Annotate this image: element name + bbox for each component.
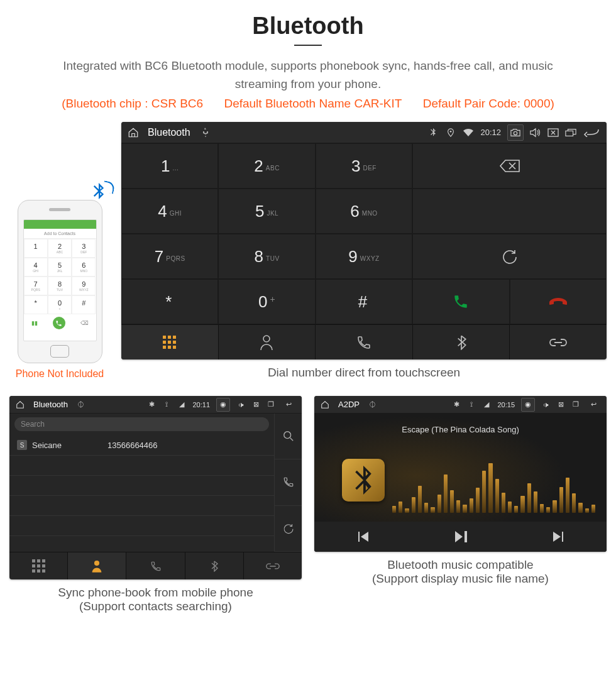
key-9[interactable]: 9WXYZ xyxy=(316,234,412,279)
key-7[interactable]: 7PQRS xyxy=(121,234,218,279)
empty-row xyxy=(9,496,274,516)
close-app-icon[interactable]: ⊠ xyxy=(251,400,260,409)
clock-time: 20:11 xyxy=(192,401,210,409)
key-4[interactable]: 4GHI xyxy=(121,189,218,234)
hangup-button[interactable] xyxy=(510,279,607,324)
tab-bluetooth[interactable] xyxy=(185,552,244,579)
dialer-keypad: 1... 2ABC 3DEF 4GHI 5JKL 6MNO 7PQRS 8TUV… xyxy=(121,143,607,324)
key-star[interactable]: * xyxy=(121,279,218,324)
tab-keypad[interactable] xyxy=(121,325,219,359)
music-controls xyxy=(314,522,607,552)
tab-call-log[interactable] xyxy=(126,552,185,579)
key-2[interactable]: 2ABC xyxy=(218,143,315,189)
screenshot-button[interactable]: ◉ xyxy=(521,398,535,412)
bluetooth-status-icon: ✱ xyxy=(147,400,156,409)
back-icon[interactable]: ↩ xyxy=(282,400,295,409)
close-app-icon[interactable]: ⊠ xyxy=(556,400,565,409)
home-icon[interactable] xyxy=(16,400,25,409)
home-icon[interactable] xyxy=(128,127,139,138)
home-icon[interactable] xyxy=(321,400,329,409)
empty-cell xyxy=(412,189,607,234)
phonebook-device: Bluetooth ⏀ ✱ ⟟ ◢ 20:11 ◉ 🕩 ⊠ ❐ ↩ Searc xyxy=(9,396,302,579)
back-icon[interactable]: ↩ xyxy=(586,400,600,409)
svg-rect-3 xyxy=(566,131,573,136)
dialer-statusbar: Bluetooth 20:12 xyxy=(121,122,607,143)
recent-apps-icon[interactable]: ❐ xyxy=(267,400,275,409)
search-input[interactable]: Search xyxy=(14,417,269,431)
tab-contacts[interactable] xyxy=(219,325,316,359)
tab-pair[interactable] xyxy=(244,552,302,579)
redial-key[interactable] xyxy=(412,234,607,279)
title-divider xyxy=(294,45,322,46)
recent-apps-icon[interactable] xyxy=(565,127,576,138)
prev-button[interactable] xyxy=(352,525,375,548)
wifi-icon: ◢ xyxy=(482,400,491,409)
bluetooth-signal-icon xyxy=(92,183,106,199)
empty-row xyxy=(9,456,274,476)
key-8[interactable]: 8TUV xyxy=(218,234,315,279)
phone-disclaimer: Phone Not Included xyxy=(9,368,110,380)
volume-icon[interactable] xyxy=(530,127,541,138)
statusbar-title: Bluetooth xyxy=(148,127,190,138)
recent-apps-icon[interactable]: ❐ xyxy=(571,400,580,409)
video-icon: ▮▮ xyxy=(31,320,38,326)
usb-icon: ⏀ xyxy=(368,400,377,409)
call-contact-button[interactable] xyxy=(275,459,302,505)
volume-icon[interactable]: 🕩 xyxy=(236,400,245,409)
screenshot-button[interactable]: ◉ xyxy=(216,398,230,412)
page-description: Integrated with BC6 Bluetooth module, su… xyxy=(50,57,566,93)
play-pause-button[interactable] xyxy=(449,525,472,548)
contact-number: 13566664466 xyxy=(107,441,158,450)
equalizer-viz xyxy=(392,456,595,513)
call-button[interactable] xyxy=(412,279,509,324)
contact-row[interactable]: S Seicane 13566664466 xyxy=(9,435,274,456)
key-0[interactable]: 0+ xyxy=(218,279,315,324)
screenshot-button[interactable] xyxy=(507,124,524,141)
statusbar-title: Bluetooth xyxy=(33,400,68,409)
location-icon: ⟟ xyxy=(162,400,171,409)
page-title: Bluetooth xyxy=(9,13,607,40)
tab-keypad[interactable] xyxy=(9,552,68,579)
svg-point-0 xyxy=(450,130,452,132)
bluetooth-music-icon xyxy=(352,466,375,495)
tab-pair[interactable] xyxy=(510,325,607,359)
phonebook-caption: Sync phone-book from mobile phone(Suppor… xyxy=(9,586,302,613)
close-app-icon[interactable] xyxy=(547,127,559,138)
contact-badge: S xyxy=(17,440,27,450)
backspace-small-icon: ⌫ xyxy=(80,320,89,326)
spec-chip: (Bluetooth chip : CSR BC6 xyxy=(62,97,203,110)
dialer-tabs xyxy=(121,324,607,359)
usb-icon: ⏀ xyxy=(77,400,85,409)
key-6[interactable]: 6MNO xyxy=(316,189,412,234)
back-icon[interactable] xyxy=(583,127,600,138)
dialer-caption: Dial number direct from touchscreen xyxy=(121,366,607,380)
tab-contacts[interactable] xyxy=(68,552,126,579)
bluetooth-status-icon xyxy=(427,127,439,138)
music-device: A2DP ⏀ ✱ ⟟ ◢ 20:15 ◉ 🕩 ⊠ ❐ ↩ Escape (The… xyxy=(314,396,607,552)
track-title: Escape (The Pina Colada Song) xyxy=(314,425,607,434)
key-5[interactable]: 5JKL xyxy=(218,189,315,234)
backspace-key[interactable] xyxy=(412,143,607,189)
key-1[interactable]: 1... xyxy=(121,143,218,189)
tab-call-log[interactable] xyxy=(316,325,413,359)
grid-icon xyxy=(32,559,45,573)
bluetooth-status-icon: ✱ xyxy=(452,400,461,409)
music-statusbar: A2DP ⏀ ✱ ⟟ ◢ 20:15 ◉ 🕩 ⊠ ❐ ↩ xyxy=(314,396,607,414)
phone-screen: Add to Contacts 12ABC3DEF4GHI5JKL6MNO7PQ… xyxy=(23,219,97,341)
page-header: Bluetooth Integrated with BC6 Bluetooth … xyxy=(9,13,607,111)
phonebook-statusbar: Bluetooth ⏀ ✱ ⟟ ◢ 20:11 ◉ 🕩 ⊠ ❐ ↩ xyxy=(9,396,302,414)
svg-point-1 xyxy=(514,131,517,134)
tab-bluetooth[interactable] xyxy=(413,325,510,359)
volume-icon[interactable]: 🕩 xyxy=(541,400,550,409)
phonebook-tabs xyxy=(9,552,302,579)
next-button[interactable] xyxy=(547,525,569,548)
clock-time: 20:12 xyxy=(480,128,501,137)
sync-button[interactable] xyxy=(275,506,302,552)
location-icon xyxy=(445,127,456,138)
key-3[interactable]: 3DEF xyxy=(316,143,412,189)
album-art xyxy=(342,459,385,502)
key-hash[interactable]: # xyxy=(316,279,412,324)
contact-name: Seicane xyxy=(32,441,107,450)
search-button[interactable] xyxy=(275,414,302,459)
spec-code: Default Pair Code: 0000) xyxy=(423,97,554,110)
